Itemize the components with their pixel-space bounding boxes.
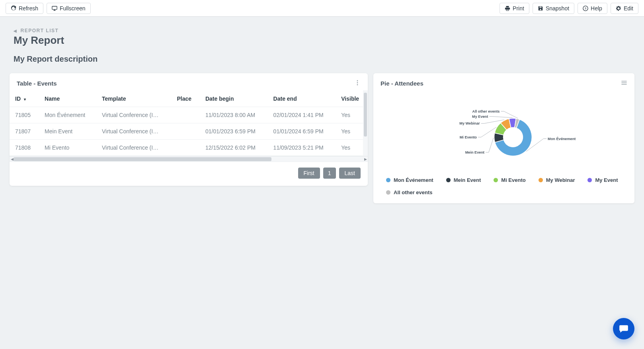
legend-swatch-icon — [386, 190, 390, 195]
legend-item[interactable]: Mi Evento — [494, 177, 525, 183]
legend-swatch-icon — [446, 178, 451, 182]
svg-rect-0 — [52, 6, 57, 9]
svg-text:?: ? — [585, 6, 587, 10]
page-header: ◀ REPORT LIST My Report My Report descri… — [0, 17, 644, 73]
save-icon — [538, 6, 543, 11]
table-card-title: Table - Events — [17, 80, 57, 87]
legend-item[interactable]: My Webinar — [539, 177, 575, 183]
print-icon — [505, 6, 510, 11]
col-place[interactable]: Place — [171, 91, 200, 107]
table-events-card: Table - Events ID ▾ Name Template — [10, 73, 368, 186]
monitor-icon — [52, 6, 57, 11]
help-label: Help — [591, 5, 602, 12]
events-table: ID ▾ Name Template Place Date begin Date… — [10, 91, 368, 156]
col-date-end[interactable]: Date end — [268, 91, 336, 107]
pie-legend: Mon ÉvénementMein EventMi EventoMy Webin… — [381, 174, 626, 195]
help-button[interactable]: ? Help — [578, 3, 607, 14]
toolbar-left: Refresh Fullscreen — [6, 3, 91, 14]
help-icon: ? — [583, 6, 588, 11]
breadcrumb[interactable]: ◀ REPORT LIST — [14, 28, 630, 33]
legend-swatch-icon — [494, 178, 498, 182]
horizontal-scrollbar[interactable]: ◀ ▶ — [10, 156, 368, 162]
table-row[interactable]: 71805Mon ÉvénementVirtual Conference (I…… — [10, 107, 368, 123]
cell-name: Mon Événement — [39, 107, 96, 123]
pie-leader-line — [478, 127, 496, 137]
refresh-button[interactable]: Refresh — [6, 3, 43, 14]
pie-slice-label: All other events — [472, 109, 500, 113]
cell-id: 71807 — [10, 123, 39, 140]
table-row[interactable]: 71807Mein EventVirtual Conference (I…01/… — [10, 123, 368, 140]
legend-item[interactable]: All other events — [386, 189, 433, 195]
content-row: Table - Events ID ▾ Name Template — [0, 73, 644, 213]
legend-label: Mon Événement — [394, 177, 433, 183]
cell-date_end: 11/09/2023 5:21 PM — [268, 140, 336, 156]
cell-name: Mein Event — [39, 123, 96, 140]
pie-slice-label: My Webinar — [459, 121, 480, 125]
cell-id: 71808 — [10, 140, 39, 156]
col-template[interactable]: Template — [96, 91, 171, 107]
page-description: My Report description — [14, 55, 630, 64]
pie-slice-label: Mein Event — [465, 150, 484, 154]
pie-slice-label: My Event — [472, 115, 488, 119]
table-scroll-shell: ID ▾ Name Template Place Date begin Date… — [10, 90, 368, 162]
legend-swatch-icon — [587, 178, 592, 182]
pie-card-menu-button[interactable] — [621, 80, 627, 87]
caret-left-icon: ◀ — [14, 29, 18, 33]
chat-button[interactable] — [613, 318, 634, 339]
sort-desc-icon: ▾ — [24, 97, 26, 101]
edit-button[interactable]: Edit — [611, 3, 638, 14]
cell-date_begin: 01/01/2023 6:59 PM — [200, 123, 268, 140]
snapshot-button[interactable]: Snapshot — [533, 3, 574, 14]
scroll-right-arrow-icon[interactable]: ▶ — [363, 156, 368, 162]
cell-name: Mi Evento — [39, 140, 96, 156]
refresh-label: Refresh — [19, 5, 38, 12]
print-button[interactable]: Print — [500, 3, 529, 14]
legend-label: My Event — [595, 177, 618, 183]
card-menu-button[interactable] — [354, 80, 361, 87]
svg-point-5 — [357, 84, 358, 86]
legend-label: Mi Evento — [501, 177, 525, 183]
cell-template: Virtual Conference (I… — [96, 107, 171, 123]
pie-leader-line — [489, 117, 512, 118]
chat-icon — [619, 324, 629, 334]
print-label: Print — [513, 5, 524, 12]
gear-icon — [616, 6, 621, 11]
pie-attendees-card: Pie - Attendees Mon ÉvénementMein EventM… — [373, 73, 634, 203]
legend-item[interactable]: Mein Event — [446, 177, 481, 183]
pie-leader-line — [486, 138, 494, 152]
refresh-icon — [11, 6, 16, 11]
page-title: My Report — [14, 34, 630, 47]
vertical-scroll-thumb[interactable] — [364, 93, 367, 136]
legend-item[interactable]: Mon Événement — [386, 177, 433, 183]
pie-chart-area: Mon ÉvénementMein EventMi EventoMy Webin… — [373, 90, 634, 203]
cell-date_begin: 11/01/2023 8:00 AM — [200, 107, 268, 123]
table-row[interactable]: 71808Mi EventoVirtual Conference (I…12/1… — [10, 140, 368, 156]
cell-date_end: 01/01/2024 6:59 PM — [268, 123, 336, 140]
breadcrumb-label: REPORT LIST — [21, 28, 59, 33]
col-date-begin[interactable]: Date begin — [200, 91, 268, 107]
fullscreen-button[interactable]: Fullscreen — [47, 3, 91, 14]
pager-last-button[interactable]: Last — [339, 168, 361, 179]
fullscreen-label: Fullscreen — [60, 5, 86, 12]
pager-first-button[interactable]: First — [298, 168, 320, 179]
col-name[interactable]: Name — [39, 91, 96, 107]
legend-label: All other events — [394, 189, 433, 195]
col-id[interactable]: ID ▾ — [10, 91, 39, 107]
pie-slice-label: Mon Événement — [548, 136, 576, 141]
pie-card-title: Pie - Attendees — [381, 80, 423, 87]
toolbar-right: Print Snapshot ? Help Edit — [500, 3, 638, 14]
dots-vertical-icon — [354, 80, 361, 86]
snapshot-label: Snapshot — [546, 5, 569, 12]
cell-place — [171, 107, 200, 123]
cell-date_end: 02/01/2024 1:41 PM — [268, 107, 336, 123]
legend-item[interactable]: My Event — [587, 177, 618, 183]
horizontal-scroll-thumb[interactable] — [14, 157, 271, 161]
cell-date_begin: 12/15/2022 6:02 PM — [200, 140, 268, 156]
cell-place — [171, 140, 200, 156]
pager-page-button[interactable]: 1 — [323, 168, 336, 179]
pie-slice-label: Mi Evento — [460, 135, 477, 139]
hamburger-icon — [621, 80, 627, 86]
table-pager: First 1 Last — [10, 162, 368, 186]
vertical-scrollbar[interactable] — [363, 90, 368, 156]
top-toolbar: Refresh Fullscreen Print Snapshot ? Hel — [0, 0, 644, 17]
